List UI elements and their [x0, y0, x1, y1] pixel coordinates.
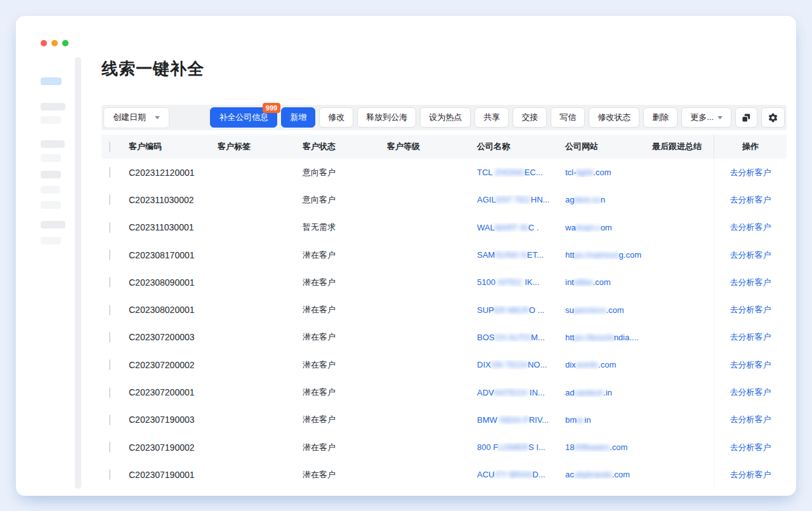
row-checkbox[interactable]: [109, 442, 110, 453]
gear-icon: [768, 112, 778, 123]
company-website-link[interactable]: https://boschindia....: [565, 333, 652, 342]
visible-text: in: [584, 415, 591, 425]
visible-text: 800 F: [477, 442, 498, 452]
analyze-customer-link[interactable]: 去分析客户: [730, 469, 771, 481]
date-filter-label: 创建日期: [113, 112, 146, 123]
sidebar-item[interactable]: [41, 116, 61, 124]
company-website-link[interactable]: agilent.con: [565, 195, 652, 204]
analyze-customer-link[interactable]: 去分析客户: [730, 304, 771, 315]
company-website-link[interactable]: https://samsung.com: [565, 250, 652, 260]
company-website-link[interactable]: dixoninfo.com: [565, 360, 652, 369]
row-checkbox[interactable]: [109, 222, 110, 233]
sidebar-item[interactable]: [41, 237, 61, 244]
toolbar-button-7[interactable]: 修改状态: [589, 107, 639, 128]
toolbar: 创建日期 补全公司信息 999 新增 修改释放到公海设为热点共享交接写信修改状态…: [102, 105, 787, 130]
row-checkbox[interactable]: [109, 167, 110, 178]
table-row: C202311030002意向客户AGILENT TECHN...agilent…: [102, 186, 787, 213]
row-checkbox-cell: [102, 442, 129, 452]
select-all-checkbox[interactable]: [109, 142, 110, 152]
toolbar-button-1[interactable]: 修改: [319, 107, 353, 128]
sidebar-item[interactable]: [41, 221, 65, 229]
customer-status: 意向客户: [303, 167, 387, 178]
company-website-link[interactable]: bmw.in: [565, 415, 652, 425]
toolbar-button-5[interactable]: 交接: [513, 107, 547, 128]
table-body: C202312120001意向客户TCL ZHONGEC...tcl-light…: [102, 159, 787, 489]
company-name-link[interactable]: BOSCH AUTOM...: [477, 333, 565, 342]
company-website-link[interactable]: intellike.com: [565, 277, 652, 287]
sidebar-item[interactable]: [41, 171, 61, 178]
toolbar-button-4[interactable]: 共享: [475, 107, 509, 128]
company-name-link[interactable]: ADVANTECH IN...: [477, 388, 565, 397]
company-name-link[interactable]: SAMSUNG NET...: [477, 250, 565, 260]
analyze-customer-link[interactable]: 去分析客户: [730, 442, 771, 453]
row-checkbox[interactable]: [109, 277, 110, 288]
visible-text: 18: [565, 442, 574, 452]
add-button[interactable]: 新增: [281, 107, 315, 128]
row-checkbox[interactable]: [109, 387, 110, 398]
company-name-link[interactable]: ACUITY BRAND...: [477, 470, 565, 479]
company-website-link[interactable]: supermicro.com: [565, 305, 652, 315]
company-website-link[interactable]: walmart.com: [565, 223, 652, 232]
customer-status: 潜在客户: [303, 469, 387, 481]
company-website-link[interactable]: 1800flowers.com: [565, 442, 652, 452]
company-name-link[interactable]: BMW INDIA PRIV...: [477, 415, 565, 425]
toolbar-button-label: 释放到公海: [366, 112, 407, 123]
customer-code: C202311030001: [129, 222, 218, 232]
row-checkbox[interactable]: [109, 359, 110, 370]
analyze-customer-link[interactable]: 去分析客户: [730, 277, 771, 288]
row-checkbox-cell: [102, 333, 129, 342]
company-name-link[interactable]: WALMART INC .: [477, 223, 565, 232]
toolbar-button-2[interactable]: 释放到公海: [357, 107, 416, 128]
swap-view-button[interactable]: [735, 107, 757, 128]
company-name-link[interactable]: 800 FLOWERS I...: [477, 442, 565, 452]
sidebar-item[interactable]: [41, 103, 65, 110]
date-filter-select[interactable]: 创建日期: [103, 107, 169, 128]
company-name-link[interactable]: TCL ZHONGEC...: [477, 168, 565, 177]
row-checkbox[interactable]: [109, 469, 110, 480]
analyze-customer-link[interactable]: 去分析客户: [730, 387, 771, 398]
row-checkbox[interactable]: [109, 415, 110, 425]
analyze-customer-link[interactable]: 去分析客户: [730, 194, 771, 206]
analyze-customer-link[interactable]: 去分析客户: [730, 222, 771, 233]
visible-text: htt: [565, 250, 574, 260]
column-header-label: 客户状态: [303, 141, 336, 152]
sidebar-item[interactable]: [41, 140, 65, 148]
sidebar-item[interactable]: [41, 186, 60, 194]
settings-button[interactable]: [761, 107, 785, 128]
sidebar-item[interactable]: [41, 154, 61, 162]
company-website-link[interactable]: tcl-lighti.com: [565, 168, 652, 177]
analyze-customer-link[interactable]: 去分析客户: [730, 249, 771, 261]
row-checkbox[interactable]: [109, 332, 110, 343]
sidebar-item[interactable]: [41, 201, 61, 209]
customer-code: C202307190003: [129, 415, 218, 425]
sidebar-item-active[interactable]: [41, 77, 62, 85]
row-checkbox[interactable]: [109, 305, 110, 315]
analyze-customer-link[interactable]: 去分析客户: [730, 167, 771, 178]
visible-text: ACU: [477, 470, 494, 479]
row-checkbox[interactable]: [109, 249, 110, 260]
row-checkbox[interactable]: [109, 194, 110, 205]
table-row: C202311030001暂无需求WALMART INC .walmart.co…: [102, 214, 787, 241]
toolbar-button-label: 修改: [328, 112, 344, 123]
company-name-link[interactable]: 5100 HITEC IK...: [477, 277, 565, 287]
table-row: C202307200003潜在客户BOSCH AUTOM...https://b…: [102, 324, 787, 351]
company-website-link[interactable]: advantech.in: [565, 388, 652, 397]
complete-company-info-label: 补全公司信息: [219, 112, 268, 123]
toolbar-button-6[interactable]: 写信: [551, 107, 585, 128]
company-name-link[interactable]: SUPER MICRO ...: [477, 305, 565, 315]
complete-company-info-button[interactable]: 补全公司信息 999: [210, 107, 277, 128]
analyze-customer-link[interactable]: 去分析客户: [730, 331, 771, 343]
visible-text: n: [601, 195, 605, 204]
more-button[interactable]: 更多...: [681, 107, 731, 128]
analyze-customer-link[interactable]: 去分析客户: [730, 359, 771, 371]
column-header-5: 公司名称: [477, 141, 565, 152]
company-name-link[interactable]: DIXON TECHNO...: [477, 360, 565, 369]
sidebar-scrollbar[interactable]: [75, 57, 81, 489]
toolbar-button-3[interactable]: 设为热点: [420, 107, 471, 128]
company-website-link[interactable]: acuitybrands.com: [565, 470, 652, 479]
company-name-link[interactable]: AGILENT TECHN...: [477, 195, 565, 204]
toolbar-button-8[interactable]: 删除: [643, 107, 678, 128]
toolbar-button-label: 修改状态: [598, 112, 631, 123]
row-action-cell: 去分析客户: [714, 461, 787, 488]
analyze-customer-link[interactable]: 去分析客户: [730, 414, 771, 425]
